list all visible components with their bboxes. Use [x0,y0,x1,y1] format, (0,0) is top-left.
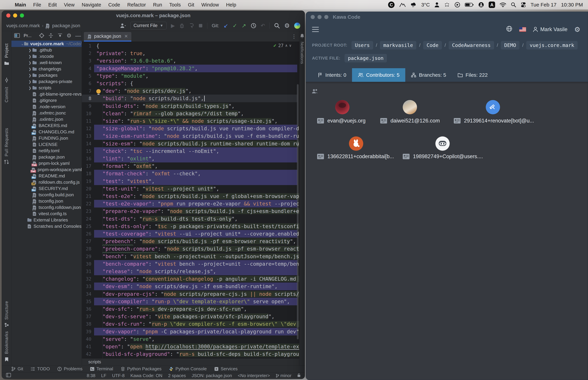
menu-item-window[interactable]: Window [198,2,223,8]
code-line-9[interactable]: 9 "build-dts": "node scripts/build-types… [82,102,299,110]
zoom-button[interactable] [20,13,24,18]
menu-item-view[interactable]: View [60,2,78,8]
tree-item-.github[interactable]: ❯.github [11,47,82,53]
tool-window-terminal[interactable]: Terminal [90,366,113,372]
code-line-3[interactable]: 3"version": "3.6.0-beta.6", [82,57,299,65]
code-line-40[interactable]: 40 "serve": "serve", [82,335,299,343]
kawa-tab-files[interactable]: Files: 222 [452,68,493,82]
language-flag-icon[interactable] [519,27,526,32]
breadcrumb-file[interactable]: package.json [52,23,80,28]
menu-item-refactor[interactable]: Refactor [124,2,150,8]
code-line-12[interactable]: 12 "size-global": "node scripts/build.js… [82,125,299,132]
git-push-icon[interactable]: ↗ [242,22,246,29]
status-git-branch[interactable]: minor [276,373,291,378]
root-segment-vuejs.core.mark[interactable]: vuejs.core.mark [526,41,578,50]
tree-item-Scratches and Consoles[interactable]: Scratches and Consoles [11,223,82,229]
battery-icon[interactable] [465,2,474,7]
avatar-copilot[interactable] [435,136,450,151]
inspections-widget[interactable]: ✓✓ 27 ∧ ∨ [273,43,291,48]
tree-item-vitest.config.ts[interactable]: vitest.config.ts [11,210,82,217]
code-line-13[interactable]: 13 "size-esm-runtime": "node scripts/bui… [82,132,299,140]
collapse-all-icon[interactable] [57,33,63,38]
bookmarks-icon[interactable] [5,357,9,363]
tree-item-pnpm-lock.yaml[interactable]: YMLpnpm-lock.yaml [11,160,82,167]
run-configuration-select[interactable]: Current File▼ [130,22,167,29]
minimize-button[interactable] [13,13,17,18]
minimize-button[interactable] [318,15,322,19]
tree-item-.node-version[interactable]: .node-version [11,104,82,110]
layout-icon[interactable] [6,373,11,379]
code-line-6[interactable]: 6"scripts": { [82,80,299,87]
kawa-tab-contributors[interactable]: Contributors: 5 [352,68,405,82]
project-view-icon[interactable] [14,33,20,38]
code-line-27[interactable]: 27 "prebench": "node scripts/build.js -p… [82,237,299,245]
status-8-38[interactable]: 8:38 [87,373,95,378]
user-menu-icon[interactable] [434,2,439,7]
user-dropdown-icon[interactable] [120,23,126,28]
tool-window-git[interactable]: Git [11,366,23,372]
editor-scrollbar[interactable] [297,84,299,339]
tree-item-CHANGELOG.md[interactable]: MDCHANGELOG.md [11,129,82,135]
code-line-18[interactable]: 18 "format-check": "oxfmt --check", [82,170,299,177]
tab-package-json[interactable]: {..} package.json ✕ [84,32,131,41]
tree-item-packages-private[interactable]: ❯packages-private [11,78,82,85]
menu-item-tools[interactable]: Tools [166,2,184,8]
debug-icon[interactable] [179,23,184,28]
tree-item-.oxlintrc.json[interactable]: {..}.oxlintrc.json [11,116,82,122]
code-line-17[interactable]: 17 "format": "oxfmt", [82,162,299,170]
status-lock-icon[interactable] [297,373,301,379]
code-line-38[interactable]: 38 "dev-sfc-run": "run-p \"dev compiler-… [82,320,299,328]
profile-icon[interactable] [189,23,194,28]
panel-settings-icon[interactable]: ⚙ [67,32,72,39]
tool-window-services[interactable]: Services [214,366,238,372]
code-line-30[interactable]: 30 "bench-compare": "vitest bench --proj… [82,260,299,268]
code-line-2[interactable]: 2"private": true, [82,50,299,57]
tree-root-row[interactable]: ⌄vuejs.core.mark~/Code/C [11,41,82,47]
contributor-5[interactable]: 198982749+Copilot@users.... [403,153,483,160]
menu-item-help[interactable]: Help [223,2,240,8]
menu-item-edit[interactable]: Edit [45,2,60,8]
tool-window-python-packages[interactable]: Python Packages [121,366,161,372]
menu-item-run[interactable]: Run [150,2,166,8]
code-line-19[interactable]: 19 "test": "vitest", [82,177,299,185]
hide-panel-icon[interactable]: — [75,32,81,39]
code-line-21[interactable]: 21 "test-e2e": "node scripts/build.js vu… [82,192,299,200]
menu-item-git[interactable]: Git [184,2,198,8]
kawa-tab-branches[interactable]: Branches: 5 [405,68,452,82]
close-tab-icon[interactable]: ✕ [124,34,128,39]
tree-item-.gitignore[interactable]: .gitignore [11,97,82,104]
tree-item-.git-blame-ignore-revs[interactable]: .git-blame-ignore-revs [11,91,82,97]
code-line-7[interactable]: 7"dev": "node scripts/dev.js", [82,87,299,95]
code-line-36[interactable]: 36 "dev-sfc": "run-s dev-prepare-cjs dev… [82,305,299,313]
code-line-23[interactable]: 23 "prepare-e2e-vapor": "node scripts/bu… [82,207,299,215]
code-line-22[interactable]: 22 "test-e2e-vapor": "pnpm run prepare-e… [82,200,299,208]
tree-item-FUNDING.json[interactable]: {..}FUNDING.json [11,135,82,141]
notifications-label[interactable]: Notifications [300,42,304,64]
menu-item-file[interactable]: File [30,2,45,8]
code-line-28[interactable]: 28 "prebench-compare": "node scripts/bui… [82,245,299,253]
play-menu-icon[interactable] [455,2,460,8]
root-segment-markvasile[interactable]: markvasile [380,41,417,50]
code-line-10[interactable]: 10 "clean": "rimraf --glob packages/*/di… [82,110,299,117]
root-segment-Code[interactable]: Code [423,41,442,50]
commit-icon[interactable] [4,77,9,84]
structure-icon[interactable] [4,323,9,328]
code-line-4[interactable]: 4"packageManager": "pnpm@10.28.2", [82,65,299,72]
tool-tab-project[interactable]: Project [4,43,9,58]
contributor-3[interactable]: 29139614+renovate[bot]@u... [454,118,534,124]
tool-tab-bookmarks[interactable]: Bookmarks [4,331,9,354]
code-line-16[interactable]: 16 "lint": "oxlint", [82,155,299,162]
root-segment-Users[interactable]: Users [352,41,373,50]
code-line-29[interactable]: 29 "bench": "vitest bench --project=unit… [82,253,299,260]
kawa-settings-gear-icon[interactable]: ⚙ [574,25,580,33]
user-account[interactable]: Mark Vasile [533,26,568,33]
wifi-icon[interactable] [500,2,506,7]
tree-item-scripts[interactable]: ❯scripts [11,85,82,91]
tree-item-.well-known[interactable]: ❯.well-known [11,59,82,66]
tree-item-README.md[interactable]: MDREADME.md [11,173,82,179]
status-2-spaces[interactable]: 2 spaces [168,373,186,378]
avatar-evan[interactable] [335,100,349,114]
menu-item-navigate[interactable]: Navigate [78,2,105,8]
code-line-37[interactable]: 37 "dev-sfc-serve": "vite packages-priva… [82,313,299,320]
settings-gear-icon[interactable]: ⚙ [284,22,290,29]
